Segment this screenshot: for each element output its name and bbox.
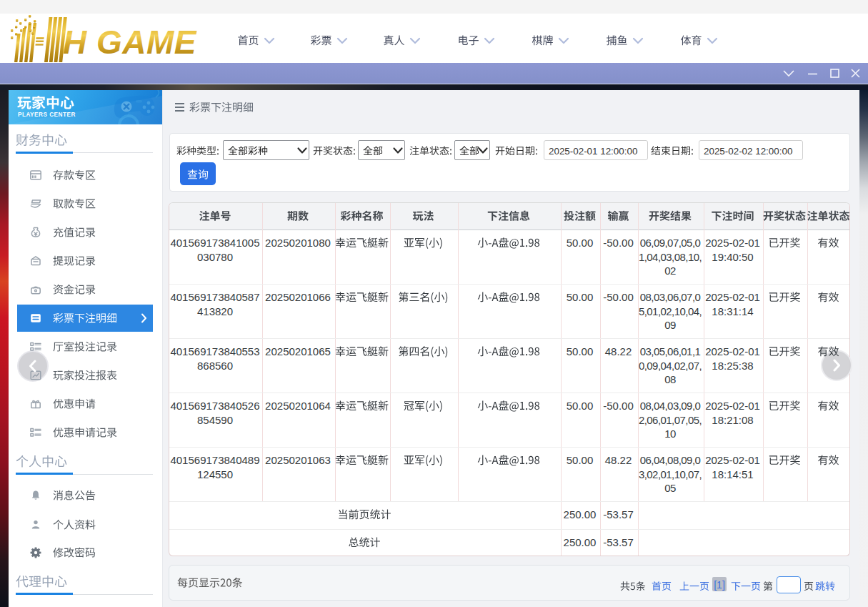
svg-text:50.00: 50.00 (567, 237, 594, 249)
svg-text:401569173840526: 401569173840526 (170, 400, 259, 412)
svg-text:19:40:50: 19:40:50 (712, 251, 753, 263)
svg-text:20250201063: 20250201063 (265, 454, 331, 466)
svg-text:854590: 854590 (197, 414, 233, 426)
svg-text:03,05,06,01,1: 03,05,06,01,1 (640, 345, 701, 357)
svg-text:20250201080: 20250201080 (265, 237, 331, 249)
svg-text:18:21:08: 18:21:08 (712, 414, 753, 426)
svg-text:2025-02-01: 2025-02-01 (705, 291, 760, 303)
svg-text:3,02,01,10,07,: 3,02,01,10,07, (639, 468, 702, 480)
svg-text:-50.00: -50.00 (603, 237, 634, 249)
svg-text:2025-02-02 12:00:00: 2025-02-02 12:00:00 (704, 146, 792, 157)
svg-text:2025-02-01: 2025-02-01 (705, 345, 760, 357)
svg-text:50.00: 50.00 (567, 345, 594, 357)
svg-text:48.22: 48.22 (605, 345, 632, 357)
svg-text:2025-02-01: 2025-02-01 (705, 237, 760, 249)
svg-text:401569173840553: 401569173840553 (170, 345, 259, 357)
svg-text:[1]: [1] (714, 579, 725, 591)
svg-text:20250201064: 20250201064 (265, 400, 331, 412)
svg-text:18:14:51: 18:14:51 (712, 468, 753, 480)
svg-text:08: 08 (664, 373, 676, 385)
svg-text:2,06,01,07,05,: 2,06,01,07,05, (639, 414, 702, 426)
svg-text:401569173840587: 401569173840587 (170, 291, 259, 303)
svg-text:401569173840489: 401569173840489 (170, 454, 259, 466)
svg-text:50.00: 50.00 (567, 291, 594, 303)
svg-text:124550: 124550 (197, 468, 233, 480)
svg-text:02: 02 (664, 265, 676, 277)
svg-text:030780: 030780 (197, 251, 233, 263)
svg-text:50.00: 50.00 (567, 454, 594, 466)
svg-text:-53.57: -53.57 (603, 536, 634, 548)
svg-text:18:31:14: 18:31:14 (712, 305, 753, 317)
svg-text:48.22: 48.22 (605, 454, 632, 466)
svg-text:09: 09 (664, 319, 676, 331)
svg-text:05: 05 (664, 482, 676, 494)
svg-text:-53.57: -53.57 (603, 508, 634, 520)
svg-text:250.00: 250.00 (564, 508, 597, 520)
svg-text:5,01,02,10,04,: 5,01,02,10,04, (639, 305, 702, 317)
svg-text:08,03,06,07,0: 08,03,06,07,0 (640, 291, 701, 303)
svg-text:20250201066: 20250201066 (265, 291, 331, 303)
svg-text:18:25:38: 18:25:38 (712, 360, 753, 372)
svg-text:0,09,04,02,07,: 0,09,04,02,07, (639, 360, 702, 372)
svg-text:-50.00: -50.00 (603, 400, 634, 412)
svg-text:2025-02-01 12:00:00: 2025-02-01 12:00:00 (549, 146, 637, 157)
svg-text:413820: 413820 (197, 305, 233, 317)
svg-text:868560: 868560 (197, 360, 233, 372)
svg-text:20250201065: 20250201065 (265, 345, 331, 357)
svg-text:250.00: 250.00 (564, 536, 597, 548)
svg-text:10: 10 (664, 428, 676, 440)
svg-text:2025-02-01: 2025-02-01 (705, 454, 760, 466)
svg-text:401569173841005: 401569173841005 (170, 237, 259, 249)
svg-text:-50.00: -50.00 (603, 291, 634, 303)
svg-text:2025-02-01: 2025-02-01 (705, 400, 760, 412)
svg-text:PLAYERS CENTER: PLAYERS CENTER (18, 112, 76, 118)
svg-text:06,04,08,09,0: 06,04,08,09,0 (640, 454, 701, 466)
svg-text:08,04,03,09,0: 08,04,03,09,0 (640, 400, 701, 412)
svg-text:50.00: 50.00 (567, 400, 594, 412)
svg-text:1,04,03,08,10,: 1,04,03,08,10, (639, 251, 702, 263)
svg-text:H GAME: H GAME (63, 24, 197, 61)
svg-text:06,09,07,05,0: 06,09,07,05,0 (640, 237, 701, 249)
